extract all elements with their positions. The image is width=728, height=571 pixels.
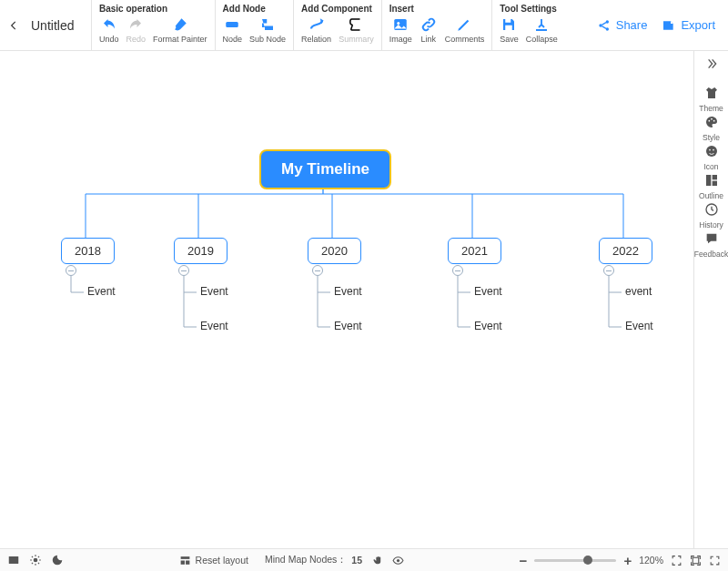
reset-layout-button[interactable]: Reset layout [179, 555, 248, 566]
image-button[interactable]: Image [389, 15, 412, 44]
subnode-button[interactable]: Sub Node [249, 15, 286, 44]
collapse-handle[interactable] [66, 265, 76, 276]
svg-rect-4 [506, 25, 513, 30]
zoom-slider[interactable] [534, 559, 616, 562]
mindmap-event-node[interactable]: Event [474, 320, 502, 332]
svg-rect-20 [180, 556, 189, 559]
svg-rect-22 [186, 560, 189, 564]
toolbar-button-label: Format Painter [153, 36, 207, 44]
undo-icon [100, 15, 118, 34]
brush-icon [171, 15, 189, 34]
collapse-button[interactable]: Collapse [526, 15, 558, 44]
eye-icon[interactable] [392, 555, 404, 566]
mindmap-root-node[interactable]: My Timeline [259, 149, 391, 189]
mindmap-year-node[interactable]: 2021 [448, 238, 501, 264]
redo-button: Redo [126, 15, 147, 44]
rail-history[interactable]: History [694, 200, 728, 229]
svg-point-8 [708, 120, 710, 122]
chevrons-right-icon [704, 56, 719, 71]
mindmap-event-node[interactable]: Event [625, 320, 653, 332]
toolbar-button-label: Collapse [526, 36, 558, 44]
toolbar-group-tool-settings: Tool SettingsSaveCollapse [491, 0, 565, 50]
image-icon [391, 15, 410, 34]
svg-point-9 [711, 118, 713, 120]
svg-rect-15 [712, 175, 716, 179]
share-button[interactable]: Share [597, 18, 648, 33]
mindmap-event-node[interactable]: Event [334, 320, 362, 332]
svg-point-12 [709, 149, 711, 151]
fit-content-icon[interactable] [671, 555, 682, 566]
mindmap-event-node[interactable]: Event [474, 285, 502, 298]
mindmap-event-node[interactable]: Event [200, 320, 228, 332]
clock-icon [703, 200, 721, 219]
brightness-toggle[interactable] [29, 554, 42, 566]
document-title[interactable]: Untitled [27, 0, 91, 50]
format-button[interactable]: Format Painter [153, 15, 207, 44]
shirt-icon [703, 84, 721, 102]
back-button[interactable] [0, 0, 27, 50]
node-icon [223, 15, 241, 34]
rail-label: Icon [703, 162, 718, 171]
mindmap-year-node[interactable]: 2018 [61, 238, 115, 264]
toolbar-button-label: Sub Node [249, 36, 286, 44]
rail-label: Theme [699, 104, 723, 113]
toolbar-button-label: Summary [339, 36, 374, 44]
undo-button[interactable]: Undo [99, 15, 119, 44]
minimap-toggle[interactable] [7, 554, 20, 566]
toolbar-group-title: Tool Settings [500, 4, 558, 14]
mindmap-year-node[interactable]: 2022 [599, 238, 652, 264]
mindmap-canvas[interactable]: My Timeline2018Event2019EventEvent2020Ev… [0, 51, 693, 548]
collapse-handle[interactable] [178, 265, 189, 276]
fit-page-icon[interactable] [690, 555, 702, 566]
mindmap-event-node[interactable]: Event [87, 285, 116, 298]
link-button[interactable]: Link [420, 15, 438, 44]
summary-button: Summary [339, 15, 374, 44]
toolbar-group-title: Insert [389, 4, 485, 14]
zoom-in-button[interactable]: + [623, 554, 632, 567]
rail-icon[interactable]: Icon [694, 142, 728, 171]
mindmap-event-node[interactable]: Event [334, 285, 362, 298]
svg-point-11 [706, 146, 717, 157]
relation-icon [308, 15, 326, 34]
toolbar-group-title: Add Component [301, 4, 374, 14]
mindmap-year-node[interactable]: 2019 [174, 238, 228, 264]
toolbar-button-label: Comments [445, 36, 485, 44]
collapse-icon [532, 15, 551, 34]
relation-button[interactable]: Relation [301, 15, 331, 44]
node-btn-button[interactable]: Node [223, 15, 243, 44]
svg-point-19 [34, 558, 38, 563]
export-button[interactable]: Export [662, 18, 715, 33]
toolbar-group-insert: InsertImageLinkComments [381, 0, 492, 50]
toolbar-button-label: Link [420, 36, 436, 44]
mindmap-event-node[interactable]: event [625, 285, 652, 298]
collapse-handle[interactable] [603, 265, 614, 276]
rail-style[interactable]: Style [694, 113, 728, 142]
fullscreen-icon[interactable] [709, 555, 721, 566]
reset-layout-label: Reset layout [196, 555, 248, 566]
rail-outline[interactable]: Outline [694, 171, 728, 200]
pen-icon [455, 15, 473, 34]
grid-icon [703, 171, 721, 189]
rail-label: History [699, 220, 723, 229]
hand-icon[interactable] [372, 555, 384, 566]
svg-rect-24 [693, 557, 699, 564]
rail-collapse-button[interactable] [704, 56, 719, 75]
rail-label: Style [703, 133, 720, 142]
theme-toggle[interactable] [51, 554, 64, 566]
mindmap-event-node[interactable]: Event [200, 285, 228, 298]
zoom-out-button[interactable]: − [520, 554, 528, 567]
toolbar-button-label: Undo [99, 36, 119, 44]
mindmap-year-node[interactable]: 2020 [308, 238, 361, 264]
rail-theme[interactable]: Theme [694, 84, 728, 113]
collapse-handle[interactable] [312, 265, 323, 276]
toolbar-group-add-component: Add ComponentRelationSummary [293, 0, 381, 50]
toolbar-button-label: Image [389, 36, 412, 44]
comments-button[interactable]: Comments [445, 15, 485, 44]
save-button[interactable]: Save [500, 15, 519, 44]
rail-feedback[interactable]: Feedback [694, 229, 728, 259]
redo-icon [126, 15, 145, 34]
svg-point-23 [397, 558, 399, 561]
svg-rect-14 [706, 175, 711, 186]
collapse-handle[interactable] [452, 265, 463, 276]
svg-rect-3 [506, 19, 511, 23]
